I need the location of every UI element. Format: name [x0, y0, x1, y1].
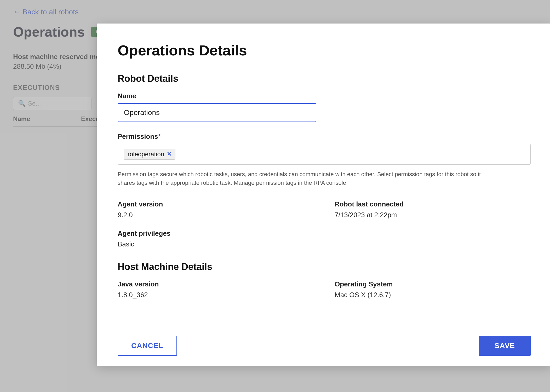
permissions-field[interactable]: roleoperation ✕	[118, 144, 531, 165]
modal-title: Operations Details	[118, 42, 531, 59]
permission-tag-roleoperation: roleoperation ✕	[124, 149, 175, 160]
name-label: Name	[118, 92, 531, 100]
os-value: Mac OS X (12.6.7)	[335, 291, 531, 299]
java-version-block: Java version 1.8.0_362	[118, 280, 314, 299]
robot-last-connected-label: Robot last connected	[335, 200, 531, 208]
permissions-label: Permissions*	[118, 132, 531, 141]
os-label: Operating System	[335, 280, 531, 288]
java-version-label: Java version	[118, 280, 314, 288]
required-star: *	[158, 132, 161, 140]
robot-details-section-title: Robot Details	[118, 73, 531, 84]
java-version-value: 1.8.0_362	[118, 291, 314, 299]
cancel-button[interactable]: CANCEL	[118, 336, 177, 356]
os-block: Operating System Mac OS X (12.6.7)	[335, 280, 531, 299]
modal-footer: CANCEL SAVE	[97, 325, 550, 366]
agent-version-label: Agent version	[118, 200, 314, 208]
robot-last-connected-block: Robot last connected 7/13/2023 at 2:22pm	[335, 200, 531, 219]
robot-last-connected-value: 7/13/2023 at 2:22pm	[335, 211, 531, 219]
host-machine-section-title: Host Machine Details	[118, 261, 531, 272]
operations-details-modal: Operations Details Robot Details Name Pe…	[97, 24, 550, 366]
agent-version-value: 9.2.0	[118, 211, 314, 219]
host-machine-info-grid: Java version 1.8.0_362 Operating System …	[118, 280, 531, 299]
tag-label: roleoperation	[128, 151, 164, 158]
agent-version-block: Agent version 9.2.0	[118, 200, 314, 219]
permissions-hint: Permission tags secure which robotic tas…	[118, 170, 484, 187]
save-button[interactable]: SAVE	[479, 336, 531, 356]
tag-remove-icon[interactable]: ✕	[167, 151, 171, 158]
agent-privileges-value: Basic	[118, 240, 314, 248]
name-input[interactable]	[118, 103, 316, 122]
agent-privileges-block: Agent privileges Basic	[118, 229, 314, 248]
modal-content: Operations Details Robot Details Name Pe…	[97, 24, 550, 325]
agent-privileges-label: Agent privileges	[118, 229, 314, 238]
agent-info-grid: Agent version 9.2.0 Robot last connected…	[118, 200, 531, 248]
